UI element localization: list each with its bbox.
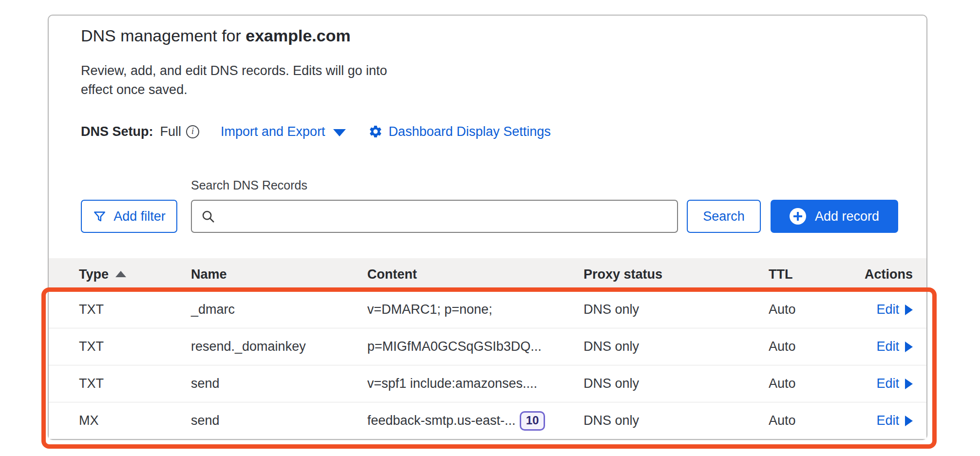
gear-icon (368, 124, 383, 139)
table-row: MX send feedback-smtp.us-east-... 10 DNS… (49, 402, 926, 439)
mx-priority-badge: 10 (520, 411, 546, 431)
table-header-row: Type Name Content Proxy status TTL Actio… (49, 258, 926, 291)
column-header-content[interactable]: Content (367, 267, 584, 282)
cell-name: send (191, 413, 367, 428)
dns-management-card: DNS management for example.com Review, a… (48, 15, 927, 440)
search-button-label: Search (703, 209, 745, 224)
cell-name: _dmarc (191, 302, 367, 317)
import-export-label: Import and Export (221, 124, 325, 139)
cell-name: resend._domainkey (191, 339, 367, 354)
edit-record-button[interactable]: Edit (876, 339, 913, 354)
cell-content: v=DMARC1; p=none; (367, 302, 584, 317)
column-header-proxy-status[interactable]: Proxy status (584, 267, 769, 282)
chevron-down-icon (333, 129, 346, 136)
add-record-button[interactable]: Add record (771, 200, 898, 233)
edit-record-button[interactable]: Edit (876, 302, 913, 317)
cell-proxy-status: DNS only (584, 413, 769, 428)
table-row: TXT resend._domainkey p=MIGfMA0GCSqGSIb3… (49, 328, 926, 365)
chevron-right-icon (905, 379, 913, 389)
dns-setup-row: DNS Setup: Full i Import and Export Dash… (81, 121, 551, 142)
add-filter-button[interactable]: Add filter (81, 200, 177, 233)
info-icon[interactable]: i (186, 125, 199, 138)
edit-record-button[interactable]: Edit (876, 413, 913, 428)
chevron-right-icon (905, 416, 913, 426)
cell-proxy-status: DNS only (584, 339, 769, 354)
chevron-right-icon (905, 304, 913, 315)
page-subtitle: Review, add, and edit DNS records. Edits… (81, 61, 417, 99)
cell-content: feedback-smtp.us-east-... 10 (367, 411, 584, 431)
cell-proxy-status: DNS only (584, 376, 769, 391)
table-row: TXT _dmarc v=DMARC1; p=none; DNS only Au… (49, 291, 926, 328)
search-controls-row: Add filter Search Add record (81, 200, 898, 233)
sort-ascending-icon (115, 271, 126, 277)
search-dns-records-label: Search DNS Records (191, 178, 307, 192)
cell-ttl: Auto (769, 376, 861, 391)
chevron-right-icon (905, 342, 913, 352)
dashboard-display-settings-link[interactable]: Dashboard Display Settings (368, 124, 551, 139)
cell-name: send (191, 376, 367, 391)
search-input-wrapper (191, 200, 678, 233)
column-header-type[interactable]: Type (79, 267, 191, 282)
cell-content: v=spf1 include:amazonses.... (367, 376, 584, 391)
add-record-label: Add record (815, 209, 879, 224)
cell-type: TXT (79, 302, 191, 317)
cell-proxy-status: DNS only (584, 302, 769, 317)
filter-funnel-icon (93, 209, 107, 224)
page-title: DNS management for example.com (81, 26, 351, 45)
dashboard-display-settings-label: Dashboard Display Settings (389, 124, 551, 139)
import-export-dropdown[interactable]: Import and Export (221, 124, 346, 139)
plus-circle-icon (790, 208, 806, 225)
dns-setup-label: DNS Setup: (81, 124, 153, 139)
page-title-prefix: DNS management for (81, 26, 245, 45)
edit-record-button[interactable]: Edit (876, 376, 913, 391)
cell-ttl: Auto (769, 339, 861, 354)
column-header-ttl[interactable]: TTL (769, 267, 861, 282)
table-row: TXT send v=spf1 include:amazonses.... DN… (49, 365, 926, 402)
column-header-name[interactable]: Name (191, 267, 367, 282)
search-icon (201, 209, 215, 224)
dns-setup-value: Full (160, 124, 182, 139)
cell-type: MX (79, 413, 191, 428)
cell-ttl: Auto (769, 413, 861, 428)
dns-records-table: Type Name Content Proxy status TTL Actio… (49, 258, 926, 439)
cell-ttl: Auto (769, 302, 861, 317)
cell-content: p=MIGfMA0GCSqGSIb3DQ... (367, 339, 584, 354)
search-input[interactable] (222, 209, 668, 224)
column-header-actions: Actions (861, 267, 913, 282)
search-button[interactable]: Search (687, 200, 761, 233)
page-title-domain: example.com (245, 26, 350, 45)
cell-type: TXT (79, 376, 191, 391)
cell-type: TXT (79, 339, 191, 354)
add-filter-label: Add filter (113, 209, 166, 224)
